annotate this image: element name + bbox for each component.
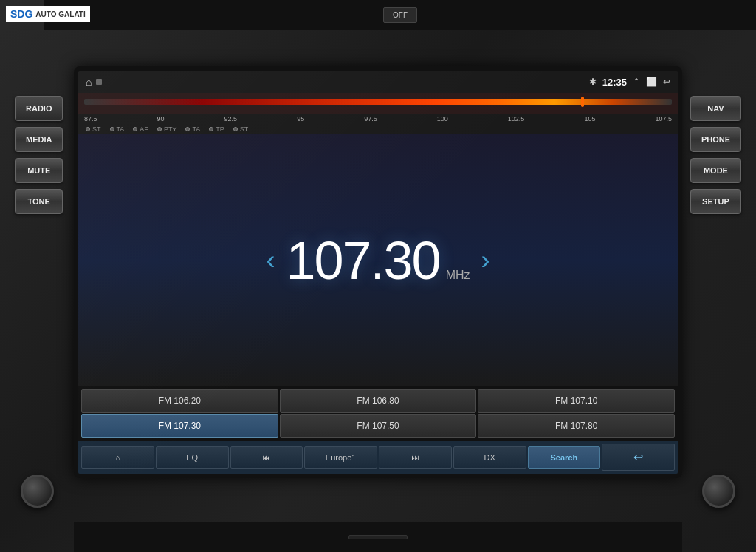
toolbar-btn-next[interactable]: ⏭ [379, 446, 452, 469]
freq-scale-107.5: 107.5 [655, 115, 672, 123]
off-button[interactable]: OFF [383, 7, 417, 23]
right-btn-nav[interactable]: NAV [690, 96, 741, 121]
mode-label-0: ST [92, 125, 101, 133]
mode-label-5: TP [216, 125, 224, 133]
toolbar-btn-eq[interactable]: EQ [156, 446, 229, 469]
freq-bar-track [84, 99, 672, 105]
freq-scale-105: 105 [584, 115, 595, 123]
sdg-text: SDG [10, 8, 32, 20]
mode-dot-6 [233, 127, 238, 131]
freq-scale-90: 90 [157, 115, 165, 123]
left-btn-mute[interactable]: MUTE [15, 158, 63, 183]
toolbar-btn-prev[interactable]: ⏮ [230, 446, 303, 469]
freq-scale-92.5: 92.5 [224, 115, 238, 123]
preset-btn-5[interactable]: FM 107.80 [478, 414, 675, 438]
right-tuner-knob[interactable] [702, 475, 735, 508]
home-status-icon: ⌂ [86, 76, 92, 88]
sdg-logo: SDG AUTO GALATI [6, 6, 90, 22]
left-button-panel: RADIOMEDIAMUTETONE [15, 96, 63, 214]
main-screen: ⌂ ✱ 12:35 ⌃ ⬜ ↩ 87.59092.59597.5100102.5… [74, 66, 682, 478]
bottom-strip [74, 522, 682, 552]
left-btn-media[interactable]: MEDIA [15, 127, 63, 152]
toolbar-btn-back[interactable]: ↩ [602, 444, 675, 471]
mode-dot-1 [110, 127, 114, 131]
right-button-panel: NAVPHONEMODESETUP [690, 96, 741, 214]
bluetooth-icon: ✱ [589, 77, 597, 87]
window-icon: ⬜ [646, 77, 657, 87]
frequency-number: 107.30 [286, 230, 439, 291]
left-btn-radio[interactable]: RADIO [15, 96, 63, 121]
bottom-toolbar: ⌂EQ⏮Europe1⏭DXSearch↩ [78, 441, 678, 474]
mode-ind-TA-1: TA [110, 125, 125, 133]
frequency-bar [78, 93, 678, 114]
mode-label-2: AF [140, 125, 148, 133]
preset-btn-4[interactable]: FM 107.50 [280, 414, 477, 438]
mode-label-6: ST [240, 125, 249, 133]
mode-label-1: TA [117, 125, 125, 133]
left-volume-knob[interactable] [21, 475, 54, 508]
mode-ind-PTY-3: PTY [157, 125, 177, 133]
eject-slot [348, 535, 408, 539]
preset-btn-0[interactable]: FM 106.20 [81, 389, 278, 413]
back-status-icon: ↩ [663, 77, 670, 87]
mode-dot-4 [185, 127, 190, 131]
left-btn-tone[interactable]: TONE [15, 189, 63, 214]
right-btn-setup[interactable]: SETUP [690, 189, 741, 214]
mode-dot-0 [86, 127, 90, 131]
freq-scale-97.5: 97.5 [364, 115, 377, 123]
toolbar-btn-dx[interactable]: DX [453, 446, 526, 469]
mode-label-4: TA [192, 125, 200, 133]
freq-scale-100: 100 [437, 115, 448, 123]
frequency-scale: 87.59092.59597.5100102.5105107.5 [78, 114, 678, 124]
status-left: ⌂ [86, 76, 583, 88]
freq-scale-95: 95 [297, 115, 304, 123]
right-btn-phone[interactable]: PHONE [690, 127, 741, 152]
preset-btn-3[interactable]: FM 107.30 [81, 414, 278, 438]
status-time: 12:35 [602, 77, 627, 88]
mode-dot-5 [209, 127, 213, 131]
mode-ind-AF-2: AF [133, 125, 148, 133]
status-dot [96, 79, 102, 85]
toolbar-btn-home[interactable]: ⌂ [81, 446, 154, 469]
mode-label-3: PTY [164, 125, 177, 133]
freq-arrow-right[interactable]: › [470, 245, 501, 276]
frequency-display: ‹ 107.30 MHz › [78, 134, 678, 386]
freq-scale-87.5: 87.5 [84, 115, 97, 123]
mode-dot-2 [133, 127, 137, 131]
mode-dot-3 [157, 127, 162, 131]
right-btn-mode[interactable]: MODE [690, 158, 741, 183]
preset-btn-2[interactable]: FM 107.10 [478, 389, 675, 413]
toolbar-btn-station[interactable]: Europe1 [304, 446, 377, 469]
frequency-unit: MHz [446, 269, 470, 282]
preset-btn-1[interactable]: FM 106.80 [280, 389, 477, 413]
toolbar-btn-search[interactable]: Search [528, 446, 601, 469]
top-controls-bar: OFF [44, 0, 756, 30]
auto-galati-text: AUTO GALATI [35, 10, 85, 18]
freq-scale-102.5: 102.5 [508, 115, 525, 123]
expand-icon: ⌃ [633, 77, 640, 87]
mode-ind-ST-6: ST [233, 125, 249, 133]
mode-indicators: STTAAFPTYTATPST [78, 124, 678, 134]
presets-grid: FM 106.20FM 106.80FM 107.10FM 107.30FM 1… [78, 386, 678, 441]
mode-ind-ST-0: ST [86, 125, 101, 133]
mode-ind-TA-4: TA [185, 125, 200, 133]
freq-main: 107.30 MHz [286, 230, 470, 291]
freq-arrow-left[interactable]: ‹ [255, 245, 286, 276]
status-right: ✱ 12:35 ⌃ ⬜ ↩ [589, 77, 670, 88]
status-bar: ⌂ ✱ 12:35 ⌃ ⬜ ↩ [78, 71, 678, 93]
mode-ind-TP-5: TP [209, 125, 224, 133]
